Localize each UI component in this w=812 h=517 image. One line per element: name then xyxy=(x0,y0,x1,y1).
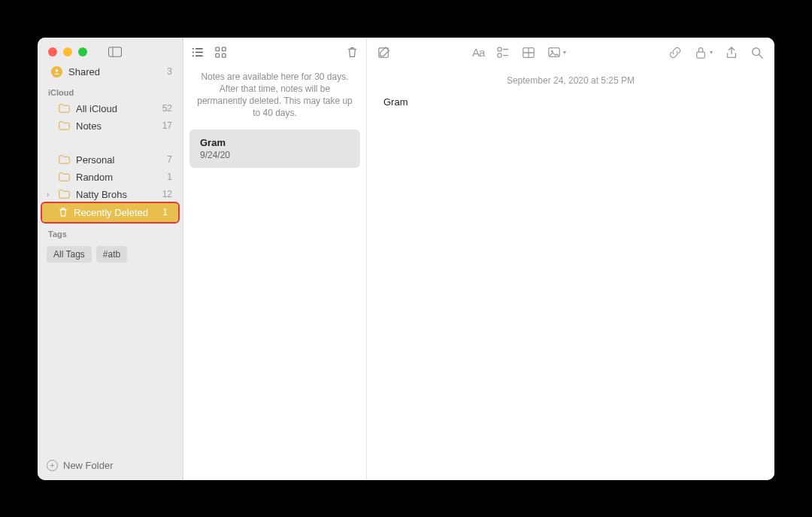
link-icon[interactable] xyxy=(668,46,682,59)
chevron-down-icon: ▾ xyxy=(563,49,566,56)
notes-list-column: Notes are available here for 30 days. Af… xyxy=(183,38,367,480)
notes-list-toolbar xyxy=(183,38,366,68)
sidebar-item-label: Natty Brohs xyxy=(76,189,156,200)
deleted-info-text: Notes are available here for 30 days. Af… xyxy=(183,68,366,130)
svg-rect-23 xyxy=(697,52,705,58)
sidebar-item-label: Random xyxy=(76,172,161,183)
sidebar-item-random[interactable]: Random 1 xyxy=(38,169,183,186)
note-timestamp: September 24, 2020 at 5:25 PM xyxy=(367,68,774,92)
sidebar-item-recently-deleted[interactable]: Recently Deleted 1 xyxy=(42,203,178,222)
gallery-view-icon[interactable] xyxy=(214,46,227,59)
folder-icon xyxy=(59,104,70,113)
sidebar-item-notes[interactable]: Notes 17 xyxy=(38,117,183,135)
sidebar-item-count: 52 xyxy=(162,103,172,114)
sidebar-item-count: 12 xyxy=(162,189,172,199)
sidebar-item-count: 3 xyxy=(167,66,172,77)
close-window-button[interactable] xyxy=(48,47,57,56)
tag-atb[interactable]: #atb xyxy=(96,246,127,263)
svg-point-5 xyxy=(192,52,194,53)
folder-icon xyxy=(59,121,70,130)
svg-point-24 xyxy=(753,47,760,55)
sidebar-item-count: 1 xyxy=(162,207,168,217)
sidebar-item-label: Shared xyxy=(68,66,161,78)
note-list-item[interactable]: Gram 9/24/20 xyxy=(189,129,360,168)
sidebar-item-label: Personal xyxy=(76,154,161,166)
svg-line-25 xyxy=(759,54,763,58)
compose-note-icon[interactable] xyxy=(377,46,391,59)
svg-point-14 xyxy=(498,47,501,50)
tags-container: All Tags #atb xyxy=(38,242,183,267)
sidebar-item-label: Notes xyxy=(76,120,156,132)
checklist-icon[interactable] xyxy=(496,46,510,59)
folder-icon xyxy=(59,172,70,181)
sidebar: Shared 3 iCloud All iCloud 52 Notes 17 xyxy=(38,38,183,480)
svg-rect-0 xyxy=(109,47,122,56)
sidebar-toggle-icon[interactable] xyxy=(108,47,122,57)
note-editor: Aa ▾ ▾ xyxy=(367,38,774,480)
trash-icon xyxy=(59,207,68,217)
lock-dropdown[interactable]: ▾ xyxy=(694,46,713,59)
sidebar-item-label: All iCloud xyxy=(76,103,156,114)
svg-point-3 xyxy=(192,48,194,50)
sidebar-item-natty-brohs[interactable]: › Natty Brohs 12 xyxy=(38,186,183,203)
sidebar-item-shared[interactable]: Shared 3 xyxy=(38,63,183,81)
sidebar-item-all-icloud[interactable]: All iCloud 52 xyxy=(38,100,183,117)
share-icon[interactable] xyxy=(725,46,738,59)
note-date: 9/24/20 xyxy=(200,150,350,160)
list-view-icon[interactable] xyxy=(191,46,204,59)
svg-rect-10 xyxy=(222,47,226,51)
notes-window: Shared 3 iCloud All iCloud 52 Notes 17 xyxy=(38,38,774,480)
svg-rect-12 xyxy=(222,53,226,57)
plus-circle-icon: + xyxy=(47,460,58,471)
window-controls xyxy=(48,47,87,56)
svg-point-2 xyxy=(56,68,59,71)
sidebar-item-personal[interactable]: Personal 7 xyxy=(38,151,183,169)
table-icon[interactable] xyxy=(522,46,535,59)
chevron-right-icon[interactable]: › xyxy=(47,190,49,199)
svg-point-7 xyxy=(192,55,194,56)
folder-icon xyxy=(59,190,70,199)
delete-note-icon[interactable] xyxy=(346,46,359,59)
editor-toolbar: Aa ▾ ▾ xyxy=(367,38,774,68)
window-titlebar xyxy=(38,38,183,63)
note-title: Gram xyxy=(200,137,350,148)
sidebar-content: Shared 3 iCloud All iCloud 52 Notes 17 xyxy=(38,63,183,454)
chevron-down-icon: ▾ xyxy=(710,49,713,56)
minimize-window-button[interactable] xyxy=(63,47,72,56)
svg-rect-9 xyxy=(216,47,220,51)
sidebar-item-count: 17 xyxy=(162,120,172,131)
search-icon[interactable] xyxy=(750,46,764,59)
svg-point-16 xyxy=(498,53,501,56)
new-folder-button[interactable]: + New Folder xyxy=(38,454,183,480)
new-folder-label: New Folder xyxy=(63,460,113,471)
tag-all-tags[interactable]: All Tags xyxy=(47,246,92,263)
svg-point-22 xyxy=(551,50,553,52)
sidebar-item-label: Recently Deleted xyxy=(74,207,156,218)
zoom-window-button[interactable] xyxy=(78,47,87,56)
svg-rect-11 xyxy=(216,53,220,57)
sidebar-item-count: 7 xyxy=(167,154,172,165)
folder-icon xyxy=(59,155,70,164)
format-text-icon[interactable]: Aa xyxy=(472,46,484,59)
shared-icon xyxy=(51,66,62,78)
sidebar-section-tags: Tags xyxy=(38,222,183,242)
sidebar-section-icloud: iCloud xyxy=(38,81,183,100)
note-body-text[interactable]: Gram xyxy=(367,92,774,112)
sidebar-item-count: 1 xyxy=(167,172,172,182)
media-dropdown[interactable]: ▾ xyxy=(547,46,566,59)
